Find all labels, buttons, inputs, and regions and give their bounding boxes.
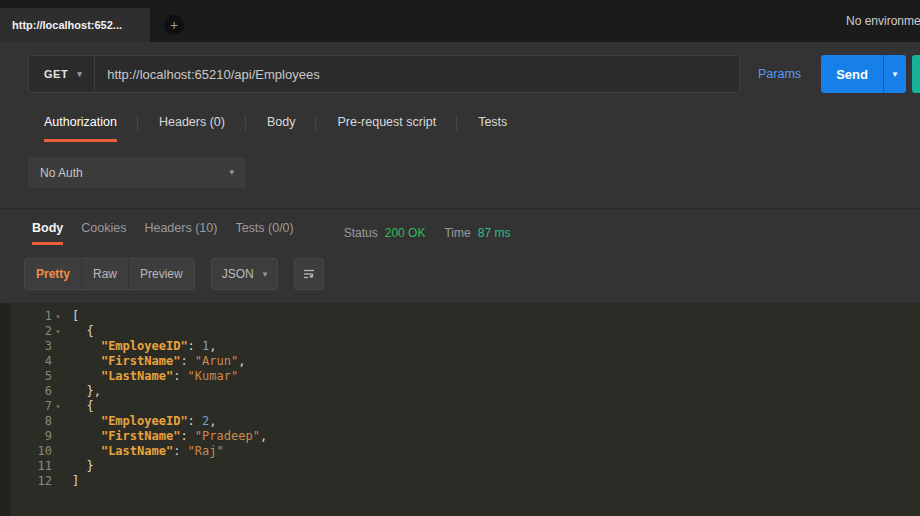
editor-line: 7▾ { bbox=[0, 399, 920, 414]
line-gutter: 2▾ bbox=[0, 324, 64, 339]
response-body-editor[interactable]: 1▾[2▾ {3▾ "EmployeeID": 1,4▾ "FirstName"… bbox=[0, 303, 920, 516]
url-input[interactable] bbox=[95, 56, 739, 92]
send-options-button[interactable]: ▾ bbox=[883, 55, 906, 93]
line-number: 5 bbox=[45, 369, 52, 384]
line-gutter: 5▾ bbox=[0, 369, 64, 384]
request-tab-authorization[interactable]: Authorization bbox=[44, 104, 117, 142]
view-mode-pretty[interactable]: Pretty bbox=[25, 259, 82, 289]
line-gutter: 1▾ bbox=[0, 309, 64, 324]
line-number: 12 bbox=[38, 474, 52, 489]
wrap-text-icon bbox=[302, 267, 316, 281]
method-select[interactable]: GET ▾ bbox=[29, 56, 95, 92]
editor-line: 8▾ "EmployeeID": 2, bbox=[0, 414, 920, 429]
editor-line: 6▾ }, bbox=[0, 384, 920, 399]
editor-line: 4▾ "FirstName": "Arun", bbox=[0, 354, 920, 369]
response-tab-tests-0-0[interactable]: Tests (0/0) bbox=[235, 209, 293, 245]
environment-label: No environment bbox=[846, 14, 920, 28]
code-token bbox=[72, 429, 101, 443]
code-line: "LastName": "Raj" bbox=[64, 444, 224, 459]
code-token: }, bbox=[72, 384, 101, 398]
url-group: GET ▾ bbox=[28, 55, 740, 93]
environment-selector[interactable]: No environment bbox=[846, 14, 920, 28]
line-number: 7 bbox=[45, 399, 52, 414]
auth-type-select[interactable]: No Auth ▾ bbox=[28, 157, 246, 188]
response-tab-headers-10[interactable]: Headers (10) bbox=[144, 209, 217, 245]
editor-line: 9▾ "FirstName": "Pradeep", bbox=[0, 429, 920, 444]
code-token: { bbox=[72, 324, 94, 338]
line-gutter: 8▾ bbox=[0, 414, 64, 429]
line-gutter: 3▾ bbox=[0, 339, 64, 354]
line-gutter: 6▾ bbox=[0, 384, 64, 399]
line-gutter: 7▾ bbox=[0, 399, 64, 414]
code-token: : bbox=[173, 444, 187, 458]
code-token: , bbox=[260, 429, 267, 443]
new-tab-button[interactable]: + bbox=[164, 15, 184, 35]
editor-line: 1▾[ bbox=[0, 309, 920, 324]
wrap-text-button[interactable] bbox=[294, 258, 324, 290]
line-number: 3 bbox=[45, 339, 52, 354]
code-token bbox=[72, 414, 101, 428]
code-token: "EmployeeID" bbox=[101, 414, 188, 428]
fold-caret-icon[interactable]: ▾ bbox=[52, 399, 64, 414]
line-number: 2 bbox=[45, 324, 52, 339]
auth-type-value: No Auth bbox=[40, 166, 83, 180]
editor-line: 5▾ "LastName": "Kumar" bbox=[0, 369, 920, 384]
response-tab-body[interactable]: Body bbox=[32, 209, 63, 245]
request-tab-pre-request-script[interactable]: Pre-request script bbox=[337, 104, 436, 142]
cut-off-teal-button[interactable] bbox=[912, 55, 920, 93]
code-token: } bbox=[72, 459, 94, 473]
code-token bbox=[72, 354, 101, 368]
code-token: : bbox=[188, 414, 202, 428]
code-token bbox=[72, 339, 101, 353]
postman-app: http://localhost:652... + No environment… bbox=[0, 0, 920, 516]
line-number: 6 bbox=[45, 384, 52, 399]
chevron-down-icon: ▾ bbox=[263, 270, 268, 279]
code-line: } bbox=[64, 459, 94, 474]
code-token: [ bbox=[72, 309, 79, 323]
time-label: Time bbox=[444, 226, 470, 240]
response-tab-cookies[interactable]: Cookies bbox=[81, 209, 126, 245]
editor-line: 10▾ "LastName": "Raj" bbox=[0, 444, 920, 459]
editor-line: 12▾] bbox=[0, 474, 920, 489]
response-panel: BodyCookiesHeaders (10)Tests (0/0) Statu… bbox=[0, 208, 920, 516]
request-tab[interactable]: http://localhost:652... bbox=[0, 8, 150, 42]
response-format-select[interactable]: JSON ▾ bbox=[211, 258, 279, 290]
line-gutter: 12▾ bbox=[0, 474, 64, 489]
response-view-controls: PrettyRawPreview JSON ▾ bbox=[0, 245, 920, 303]
status-label: Status bbox=[344, 226, 378, 240]
code-line: "LastName": "Kumar" bbox=[64, 369, 238, 384]
code-token: : bbox=[180, 429, 194, 443]
chevron-down-icon: ▾ bbox=[893, 69, 898, 79]
plus-icon: + bbox=[170, 17, 178, 33]
status-value: 200 OK bbox=[385, 226, 426, 240]
code-line: "EmployeeID": 1, bbox=[64, 339, 217, 354]
line-number: 8 bbox=[45, 414, 52, 429]
fold-caret-icon[interactable]: ▾ bbox=[52, 324, 64, 339]
send-button[interactable]: Send bbox=[821, 55, 883, 93]
code-line: { bbox=[64, 324, 94, 339]
line-number: 1 bbox=[45, 309, 52, 324]
params-button[interactable]: Params bbox=[740, 55, 819, 93]
request-tab-tests[interactable]: Tests bbox=[478, 104, 507, 142]
line-number: 10 bbox=[38, 444, 52, 459]
code-token: , bbox=[209, 339, 216, 353]
line-number: 4 bbox=[45, 354, 52, 369]
view-mode-raw[interactable]: Raw bbox=[82, 259, 129, 289]
code-token: "LastName" bbox=[101, 369, 173, 383]
editor-line: 11▾ } bbox=[0, 459, 920, 474]
code-line: "FirstName": "Arun", bbox=[64, 354, 245, 369]
response-status: Status 200 OK Time 87 ms bbox=[344, 209, 511, 245]
request-tabs: AuthorizationHeaders (0)BodyPre-request … bbox=[0, 104, 920, 142]
view-mode-preview[interactable]: Preview bbox=[129, 259, 194, 289]
request-tab-headers-0[interactable]: Headers (0) bbox=[159, 104, 225, 142]
code-token: "Arun" bbox=[195, 354, 238, 368]
request-tab-body[interactable]: Body bbox=[267, 104, 296, 142]
code-token: ] bbox=[72, 474, 79, 488]
response-format-value: JSON bbox=[222, 267, 254, 281]
editor-line: 2▾ { bbox=[0, 324, 920, 339]
code-token bbox=[72, 369, 101, 383]
fold-caret-icon[interactable]: ▾ bbox=[52, 309, 64, 324]
chevron-down-icon: ▾ bbox=[77, 70, 82, 79]
request-tab-title: http://localhost:652... bbox=[12, 19, 122, 31]
code-line: { bbox=[64, 399, 94, 414]
